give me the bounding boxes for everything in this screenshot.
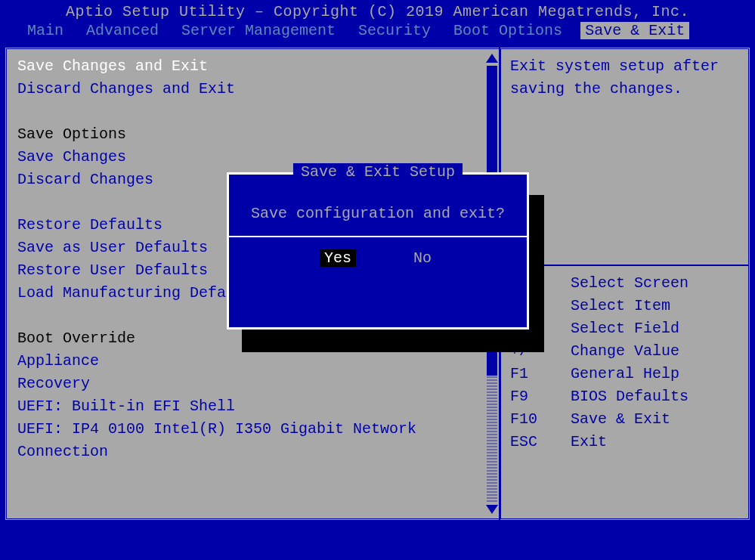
- tab-security[interactable]: Security: [354, 22, 435, 39]
- tab-boot-options[interactable]: Boot Options: [449, 22, 567, 39]
- help-row: Select Item: [510, 295, 739, 317]
- scroll-track-dotted[interactable]: [487, 376, 497, 502]
- scroll-up-icon[interactable]: [486, 54, 498, 63]
- tabs-row: MainAdvancedServer ManagementSecurityBoo…: [8, 20, 747, 42]
- menu-appliance[interactable]: Appliance: [17, 350, 491, 373]
- help-row: F1General Help: [510, 363, 739, 385]
- main-body: Save Changes and ExitDiscard Changes and…: [0, 44, 755, 525]
- tab-advanced[interactable]: Advanced: [82, 22, 163, 39]
- dialog-message: Save configuration and exit?: [229, 175, 527, 236]
- help-key: ESC: [510, 431, 571, 453]
- menu-uefi-ip4-0100-intel-r-i350-gigabit-network[interactable]: UEFI: IP4 0100 Intel(R) I350 Gigabit Net…: [17, 418, 491, 441]
- confirm-dialog: Save & Exit Setup Save configuration and…: [227, 172, 529, 330]
- dialog-buttons: Yes No: [229, 237, 527, 277]
- menu-blank: [17, 101, 491, 123]
- help-label: BIOS Defaults: [571, 385, 739, 408]
- menu-uefi-built-in-efi-shell[interactable]: UEFI: Built-in EFI Shell: [17, 395, 491, 418]
- help-row: F10Save & Exit: [510, 408, 739, 431]
- help-label: Change Value: [571, 340, 739, 363]
- dialog-title: Save & Exit Setup: [293, 163, 463, 181]
- help-label: Select Field: [571, 317, 739, 340]
- help-row: F9BIOS Defaults: [510, 385, 739, 408]
- help-key: F10: [510, 408, 571, 431]
- help-row: +/-Change Value: [510, 340, 739, 363]
- tab-server-management[interactable]: Server Management: [177, 22, 340, 39]
- tab-save-exit[interactable]: Save & Exit: [580, 22, 689, 39]
- help-label: Select Item: [571, 295, 739, 317]
- menu-save-options: Save Options: [17, 123, 491, 146]
- help-key: F9: [510, 385, 571, 408]
- help-label: Exit: [571, 431, 739, 453]
- help-row: rSelect Field: [510, 317, 739, 340]
- footer-bar: [0, 525, 755, 560]
- utility-title: Aptio Setup Utility – Copyright (C) 2019…: [8, 3, 747, 20]
- scroll-down-icon[interactable]: [486, 505, 498, 514]
- tab-main[interactable]: Main: [23, 22, 68, 39]
- help-row: ESCExit: [510, 431, 739, 453]
- header-bar: Aptio Setup Utility – Copyright (C) 2019…: [0, 0, 755, 44]
- menu-discard-changes-and-exit[interactable]: Discard Changes and Exit: [17, 78, 491, 101]
- bios-screen: Aptio Setup Utility – Copyright (C) 2019…: [0, 0, 755, 560]
- menu-connection[interactable]: Connection: [17, 441, 491, 463]
- help-label: General Help: [571, 363, 739, 385]
- help-row: Select Screen: [510, 272, 739, 295]
- help-key: F1: [510, 363, 571, 385]
- dialog-no-button[interactable]: No: [409, 249, 436, 267]
- help-label: Select Screen: [571, 272, 739, 295]
- help-label: Save & Exit: [571, 408, 739, 431]
- menu-recovery[interactable]: Recovery: [17, 373, 491, 395]
- menu-save-changes-and-exit[interactable]: Save Changes and Exit: [17, 55, 491, 78]
- dialog-yes-button[interactable]: Yes: [320, 249, 356, 267]
